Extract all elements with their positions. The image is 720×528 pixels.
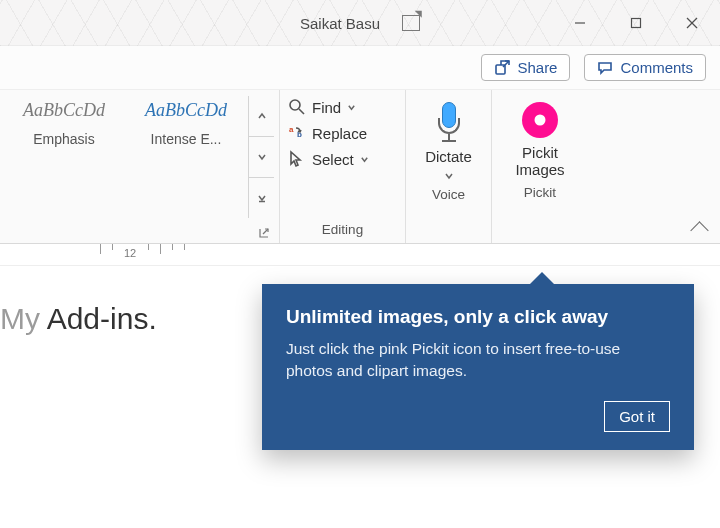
ruler-number: 12 xyxy=(124,247,136,259)
share-icon xyxy=(494,60,510,76)
got-it-button[interactable]: Got it xyxy=(604,401,670,432)
styles-group: AaBbCcDd Emphasis AaBbCcDd Intense E... … xyxy=(0,90,280,243)
chevron-down-icon xyxy=(444,171,454,181)
ruler-tick xyxy=(148,244,149,250)
style-name: Intense E... xyxy=(126,131,246,147)
svg-line-9 xyxy=(299,109,304,114)
microphone-icon xyxy=(432,100,466,144)
ruler-tick xyxy=(160,244,161,254)
select-label: Select xyxy=(312,151,354,168)
share-label: Share xyxy=(517,59,557,76)
comments-button[interactable]: Comments xyxy=(584,54,706,81)
svg-line-7 xyxy=(263,229,268,234)
style-tile-intense-emphasis[interactable]: AaBbCcDd Intense E... xyxy=(126,96,246,218)
chevron-down-icon xyxy=(360,155,369,164)
styles-scroll-up[interactable] xyxy=(249,96,274,137)
svg-point-13 xyxy=(534,115,545,126)
ruler[interactable]: 12 xyxy=(0,244,720,266)
ribbon: AaBbCcDd Emphasis AaBbCcDd Intense E... … xyxy=(0,90,720,244)
style-sample: AaBbCcDd xyxy=(4,100,124,121)
minimize-icon xyxy=(573,16,587,30)
find-label: Find xyxy=(312,99,341,116)
replace-icon: a b xyxy=(288,124,306,142)
svg-point-8 xyxy=(290,100,300,110)
comments-label: Comments xyxy=(620,59,693,76)
dictate-button[interactable]: Dictate xyxy=(419,98,478,183)
style-sample: AaBbCcDd xyxy=(126,100,246,121)
select-icon xyxy=(288,150,306,168)
svg-rect-1 xyxy=(632,19,641,28)
chevron-down-icon xyxy=(347,103,356,112)
editing-group: Find a b Replace Select Editing xyxy=(280,90,406,243)
maximize-icon xyxy=(629,16,643,30)
replace-button[interactable]: a b Replace xyxy=(286,120,399,146)
find-button[interactable]: Find xyxy=(286,94,399,120)
select-button[interactable]: Select xyxy=(286,146,399,172)
ruler-tick xyxy=(172,244,173,250)
window-controls xyxy=(552,0,720,46)
pickit-callout: Unlimited images, only a click away Just… xyxy=(262,284,694,450)
pickit-group: PickitImages Pickit xyxy=(492,90,588,243)
svg-text:a: a xyxy=(289,125,294,134)
comments-icon xyxy=(597,60,613,76)
voice-group-label: Voice xyxy=(432,183,465,208)
style-tile-emphasis[interactable]: AaBbCcDd Emphasis xyxy=(4,96,124,218)
title-bar: Saikat Basu xyxy=(0,0,720,46)
pickit-button-label: PickitImages xyxy=(515,144,564,179)
pickit-group-label: Pickit xyxy=(524,181,556,206)
pickit-icon xyxy=(520,100,560,140)
svg-line-5 xyxy=(503,61,509,67)
styles-scroll-down[interactable] xyxy=(249,137,274,178)
share-button[interactable]: Share xyxy=(481,54,570,81)
callout-title: Unlimited images, only a click away xyxy=(286,306,670,328)
ribbon-display-options-icon[interactable] xyxy=(402,15,420,31)
minimize-button[interactable] xyxy=(552,0,608,46)
ruler-tick xyxy=(100,244,101,254)
ruler-tick xyxy=(112,244,113,250)
share-bar: Share Comments xyxy=(0,46,720,90)
close-button[interactable] xyxy=(664,0,720,46)
styles-expand[interactable] xyxy=(249,178,274,218)
pickit-images-button[interactable]: PickitImages xyxy=(509,98,570,181)
replace-label: Replace xyxy=(312,125,367,142)
ruler-tick xyxy=(184,244,185,250)
close-icon xyxy=(685,16,699,30)
maximize-button[interactable] xyxy=(608,0,664,46)
styles-gallery-scroll xyxy=(248,96,274,218)
callout-body: Just click the pink Pickit icon to inser… xyxy=(286,338,670,383)
account-name[interactable]: Saikat Basu xyxy=(300,15,380,32)
styles-dialog-launcher[interactable] xyxy=(258,225,270,237)
style-name: Emphasis xyxy=(4,131,124,147)
find-icon xyxy=(288,98,306,116)
voice-group: Dictate Voice xyxy=(406,90,492,243)
dictate-label: Dictate xyxy=(425,148,472,165)
editing-group-label: Editing xyxy=(286,218,399,243)
